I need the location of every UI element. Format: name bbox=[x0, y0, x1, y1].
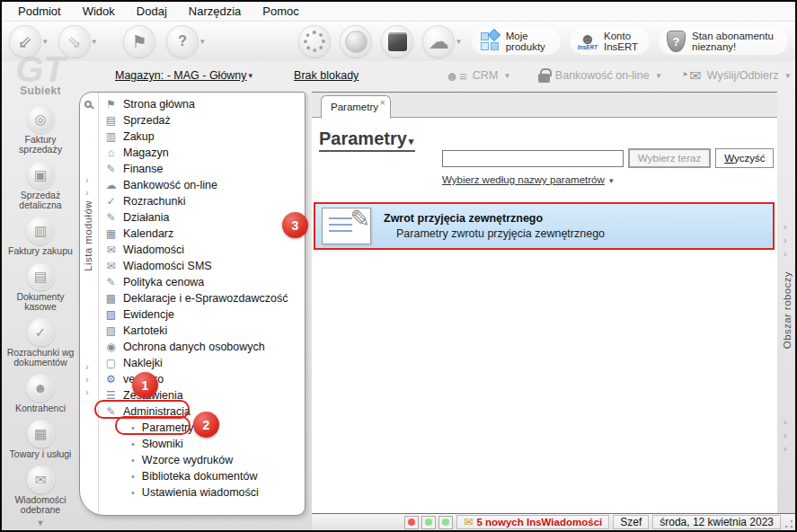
admin-subitem-słowniki[interactable]: •Słowniki bbox=[99, 436, 305, 452]
crm-button[interactable]: ☻≡ CRM ▾ bbox=[445, 68, 511, 84]
subscription-status-button[interactable]: ? Stan abonamentu nieznany! bbox=[659, 28, 788, 55]
status-indicator-green[interactable] bbox=[438, 516, 453, 529]
sidebar-overflow-button[interactable]: ▼ bbox=[37, 519, 45, 528]
module-item-kalendarz[interactable]: ▦Kalendarz bbox=[99, 226, 305, 242]
module-item-polityka-cenowa[interactable]: ✎Polityka cenowa bbox=[99, 274, 305, 290]
chevron-right-icon[interactable]: › bbox=[85, 175, 89, 184]
sidebar-item-label: Faktury sprzedaży bbox=[3, 135, 78, 155]
module-item-zakup[interactable]: ▥Zakup bbox=[99, 129, 305, 145]
filter-by-name-link[interactable]: Wybierz według nazwy parametrów ▾ bbox=[442, 174, 615, 185]
chevron-right-icon[interactable]: › bbox=[784, 430, 787, 439]
page-title[interactable]: Parametry▾ bbox=[319, 129, 415, 152]
caret-down-icon[interactable]: ▾ bbox=[43, 37, 48, 46]
menu-dodaj[interactable]: Dodaj bbox=[126, 3, 178, 20]
caret-down-icon[interactable]: ▾ bbox=[456, 37, 461, 46]
messages-cell[interactable]: ✉ 5 nowych InsWiadomości bbox=[456, 515, 609, 529]
module-item-rozrachunki[interactable]: ✓Rozrachunki bbox=[99, 193, 305, 209]
sidebar-item-wiadomości-odebrane[interactable]: ✉Wiadomości odebrane bbox=[3, 466, 78, 515]
cloud-button[interactable]: ☁ bbox=[422, 25, 455, 58]
chevron-right-icon[interactable]: › bbox=[784, 417, 787, 426]
help-icon: ? bbox=[178, 34, 187, 49]
caret-down-icon[interactable]: ▾ bbox=[785, 71, 790, 80]
caret-down-icon[interactable]: ▾ bbox=[657, 71, 661, 80]
module-item-kartoteki[interactable]: ▧Kartoteki bbox=[99, 323, 305, 339]
select-now-button[interactable]: Wybierz teraz bbox=[628, 148, 711, 168]
package-button[interactable] bbox=[381, 25, 413, 58]
online-services-button[interactable] bbox=[340, 25, 372, 58]
tab-strip: Parametry × bbox=[312, 93, 777, 118]
status-indicator-green[interactable] bbox=[421, 516, 436, 529]
chevron-right-icon[interactable]: › bbox=[784, 222, 787, 231]
list-item-zwrot-przyjecia[interactable]: ✎ Zwrot przyjęcia zewnętrznego Parametry… bbox=[314, 202, 775, 250]
online-banking-button[interactable]: Bankowość on-line ▾ bbox=[538, 69, 662, 83]
chevron-right-icon[interactable]: › bbox=[784, 444, 787, 453]
module-item-magazyn[interactable]: ⌂Magazyn bbox=[99, 145, 305, 161]
insert-account-button[interactable]: ☻ InsERT Konto InsERT bbox=[570, 28, 650, 55]
lock-status-link[interactable]: Brak blokady bbox=[294, 69, 359, 82]
subiekt-gt-window: PodmiotWidokDodajNarzędziaPomoc ⇙ ▾ ⇘ ▾ … bbox=[0, 0, 797, 532]
tab-parametry[interactable]: Parametry × bbox=[321, 95, 391, 119]
sidebar-item-rozrachunki-wg-dokumentów[interactable]: ✓Rozrachunki wg dokumentów bbox=[3, 318, 78, 368]
chevron-right-icon[interactable]: › bbox=[85, 387, 89, 396]
bullet-icon: • bbox=[131, 455, 135, 466]
warehouse-selector[interactable]: Magazyn: - MAG - Główny bbox=[115, 69, 247, 82]
messages-envelope-icon: ✉ bbox=[103, 244, 119, 256]
module-item-vendero[interactable]: ⚙vendero bbox=[99, 371, 305, 387]
admin-subitem-wzorce-wydruków[interactable]: •Wzorce wydruków bbox=[99, 452, 305, 468]
sidebar-item-faktury-sprzedaży[interactable]: ◎Faktury sprzedaży bbox=[3, 105, 78, 155]
menu-podmiot[interactable]: Podmiot bbox=[7, 3, 72, 20]
module-item-sprzedaż[interactable]: ▤Sprzedaż bbox=[99, 112, 305, 129]
chevron-right-icon[interactable]: › bbox=[784, 249, 787, 258]
sidebar-item-dokumenty-kasowe[interactable]: ▤Dokumenty kasowe bbox=[3, 262, 78, 312]
chevron-right-icon[interactable]: › bbox=[784, 235, 787, 244]
sidebar-item-towary-i-usługi[interactable]: ▦Towary i usługi bbox=[10, 420, 72, 459]
status-indicator-red[interactable] bbox=[404, 516, 419, 529]
module-list-strip[interactable]: Lista modułów ›››››› bbox=[80, 93, 99, 515]
menu-pomoc[interactable]: Pomoc bbox=[252, 3, 309, 20]
module-item-finanse[interactable]: ✎Finanse bbox=[99, 161, 305, 177]
sync-button[interactable] bbox=[298, 25, 331, 58]
close-icon[interactable]: × bbox=[380, 97, 385, 108]
module-item-naklejki[interactable]: ▢Naklejki bbox=[99, 355, 305, 371]
module-item-label: Wiadomości bbox=[123, 244, 184, 256]
my-products-button[interactable]: Moje produkty bbox=[472, 28, 561, 55]
caret-down-icon[interactable]: ▾ bbox=[93, 37, 97, 46]
chevron-right-icon[interactable]: › bbox=[85, 200, 89, 209]
sidebar-item-label: Kontrahenci bbox=[15, 403, 66, 413]
module-item-ewidencje[interactable]: ▨Ewidencje bbox=[99, 306, 305, 323]
module-item-strona-główna[interactable]: ⚑Strona główna bbox=[99, 96, 305, 112]
chevron-right-icon[interactable]: › bbox=[85, 188, 89, 197]
chevron-right-icon[interactable]: › bbox=[85, 362, 89, 371]
menu-widok[interactable]: Widok bbox=[72, 3, 126, 20]
module-item-deklaracje-i-e-sprawozdawczość[interactable]: ▩Deklaracje i e-Sprawozdawczość bbox=[99, 290, 305, 306]
insert-account-label: Konto InsERT bbox=[604, 31, 642, 52]
search-icon[interactable] bbox=[84, 101, 92, 108]
caret-down-icon[interactable]: ▾ bbox=[200, 37, 205, 46]
admin-subitem-ustawienia-wiadomości[interactable]: •Ustawienia wiadomości bbox=[99, 484, 305, 501]
workspace-strip[interactable]: Obszar roboczy ›››››› bbox=[778, 92, 796, 516]
module-item-label: Wiadomości SMS bbox=[123, 260, 212, 272]
sidebar-item-faktury-zakupu[interactable]: ▥Faktury zakupu bbox=[8, 217, 73, 256]
module-item-wiadomości[interactable]: ✉Wiadomości bbox=[99, 242, 305, 258]
resize-grip[interactable] bbox=[784, 519, 794, 529]
module-item-działania[interactable]: ✎Działania bbox=[99, 209, 305, 226]
module-item-wiadomości-sms[interactable]: ✉Wiadomości SMS bbox=[99, 258, 305, 274]
menu-narzędzia[interactable]: Narzędzia bbox=[178, 3, 252, 20]
item-subtitle: Parametry zwrotu przyjęcia zewnętrznego bbox=[396, 227, 605, 240]
sidebar-item-sprzedaż-detaliczna[interactable]: ▣Sprzedaż detaliczna bbox=[3, 161, 78, 210]
send-receive-button[interactable]: ✉ Wyślij/Odbierz ▾ bbox=[689, 67, 792, 84]
help-button[interactable]: ? bbox=[166, 25, 199, 58]
chevron-right-icon[interactable]: › bbox=[85, 375, 89, 384]
caret-down-icon[interactable]: ▾ bbox=[249, 71, 253, 80]
caret-down-icon[interactable]: ▾ bbox=[505, 71, 509, 80]
module-item-ochrona-danych-osobowych[interactable]: ◉Ochrona danych osobowych bbox=[99, 339, 305, 355]
module-item-bankowość-on-line[interactable]: ☁Bankowość on-line bbox=[99, 177, 305, 193]
flag-button[interactable]: ⚑ bbox=[123, 25, 155, 58]
module-item-label: Magazyn bbox=[123, 146, 169, 159]
date-cell: środa, 12 kwietnia 2023 bbox=[652, 515, 781, 529]
sidebar-item-kontrahenci[interactable]: ☻Kontrahenci bbox=[15, 374, 66, 413]
admin-subitem-biblioteka-dokumentów[interactable]: •Biblioteka dokumentów bbox=[99, 468, 305, 484]
clear-button[interactable]: Wyczyść bbox=[715, 148, 774, 168]
settlements-docs-icon: ✓ bbox=[27, 318, 55, 346]
parameter-search-input[interactable] bbox=[442, 150, 624, 167]
